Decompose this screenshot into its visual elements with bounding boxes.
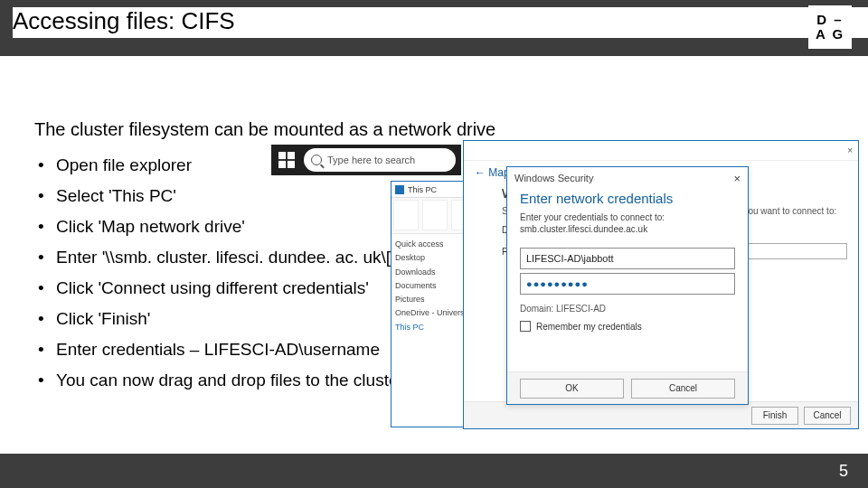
- search-placeholder: Type here to search: [327, 155, 415, 165]
- intro-text: The cluster filesystem can be mounted as…: [34, 119, 495, 140]
- remember-label: Remember my credentials: [536, 322, 642, 332]
- cancel-button[interactable]: Cancel: [804, 407, 851, 425]
- svg-rect-2: [278, 161, 286, 168]
- ribbon-button[interactable]: [422, 200, 448, 230]
- ok-button[interactable]: OK: [520, 379, 624, 399]
- windows-icon: [278, 152, 295, 168]
- logo-top: D –: [816, 13, 843, 27]
- svg-rect-0: [278, 152, 286, 159]
- cred-titlebar: Windows Security ×: [507, 167, 748, 189]
- svg-rect-1: [288, 152, 295, 159]
- ribbon-button[interactable]: [393, 200, 419, 230]
- logo-bottom: A G: [816, 27, 844, 42]
- windows-taskbar: Type here to search: [271, 145, 461, 175]
- password-input[interactable]: ●●●●●●●●●: [520, 273, 735, 295]
- mapdrive-button-row: Finish Cancel: [464, 401, 858, 428]
- explorer-title-text: This PC: [408, 185, 437, 194]
- finish-button[interactable]: Finish: [751, 407, 798, 425]
- cred-heading: Enter network credentials: [507, 189, 748, 210]
- username-value: LIFESCI-AD\jabbott: [526, 253, 614, 264]
- dag-logo: D – A G: [808, 5, 852, 49]
- search-icon: [311, 155, 322, 165]
- windows-security-dialog: Windows Security × Enter network credent…: [506, 166, 749, 405]
- checkbox-icon[interactable]: [520, 321, 531, 332]
- remember-row[interactable]: Remember my credentials: [507, 317, 748, 335]
- taskbar-search[interactable]: Type here to search: [304, 148, 456, 172]
- start-button[interactable]: [271, 145, 302, 175]
- cred-button-row: OK Cancel: [507, 371, 748, 404]
- password-value: ●●●●●●●●●: [526, 278, 589, 289]
- cancel-button[interactable]: Cancel: [631, 379, 735, 399]
- mapdrive-titlebar: ×: [464, 141, 858, 161]
- cred-subtext: Enter your credentials to connect to: sm…: [507, 210, 748, 244]
- cred-window-title: Windows Security: [514, 173, 593, 183]
- page-number: 5: [839, 462, 848, 481]
- slide-title: Accessing files: CIFS: [13, 7, 868, 38]
- close-icon[interactable]: ×: [733, 172, 741, 185]
- domain-label: Domain: LIFESCI-AD: [507, 298, 748, 317]
- svg-rect-3: [288, 161, 295, 168]
- close-icon[interactable]: ×: [847, 145, 853, 155]
- slide-footer: 5: [0, 454, 868, 488]
- username-input[interactable]: LIFESCI-AD\jabbott: [520, 248, 735, 269]
- slide-header: Accessing files: CIFS D – A G: [0, 0, 868, 56]
